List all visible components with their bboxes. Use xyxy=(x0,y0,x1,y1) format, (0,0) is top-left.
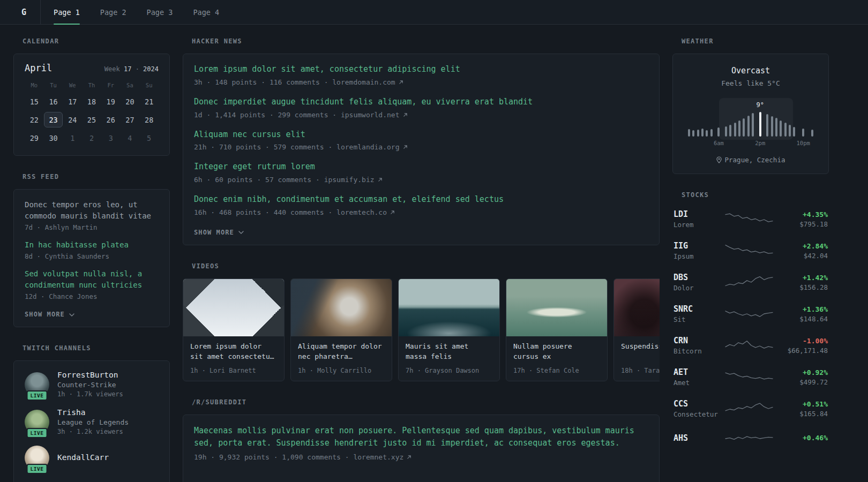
video-card[interactable]: Lorem ipsum dolor sit amet consectetu… 1… xyxy=(183,278,285,381)
calendar-day[interactable]: 4 xyxy=(121,130,140,146)
stock-id: CRN Bitcorn xyxy=(674,336,721,355)
calendar-day[interactable]: 29 xyxy=(25,130,44,146)
video-card[interactable]: Nullam posuere cursus ex 17h · Stefan Co… xyxy=(506,278,608,381)
stock-row[interactable]: LDI Lorem +4.35% $795.18 xyxy=(674,209,828,229)
calendar-day[interactable]: 16 xyxy=(44,94,63,109)
stock-change: +4.35% xyxy=(777,210,828,219)
calendar-day[interactable]: 25 xyxy=(82,112,101,127)
rss-item-title[interactable]: In hac habitasse platea xyxy=(25,239,159,251)
weather-bar xyxy=(747,116,750,137)
calendar-day[interactable]: 19 xyxy=(101,94,121,109)
hackernews-show-more-button[interactable]: SHOW MORE xyxy=(194,227,244,237)
calendar-day[interactable]: 1 xyxy=(63,130,82,146)
calendar-day[interactable]: 21 xyxy=(139,94,159,109)
stock-row[interactable]: AET Amet +0.92% $499.72 xyxy=(674,367,828,387)
page-tab[interactable]: Page 1 xyxy=(54,0,80,24)
live-badge: LIVE xyxy=(27,464,48,474)
weather-bar xyxy=(811,130,813,137)
stock-name: Ipsum xyxy=(674,252,721,260)
video-thumbnail xyxy=(291,279,392,336)
hackernews-item-title[interactable]: Donec imperdiet augue tincidunt felis al… xyxy=(194,96,648,108)
page-tab[interactable]: Page 2 xyxy=(100,0,126,24)
stock-row[interactable]: AHS +0.46% xyxy=(674,431,828,447)
rss-item-meta: 7d · Ashlyn Martin xyxy=(25,223,159,231)
external-link-icon xyxy=(407,455,411,460)
video-thumbnail xyxy=(183,279,284,336)
calendar-year: 2024 xyxy=(143,65,159,73)
channel-name: ForrestBurton xyxy=(57,371,123,379)
page-tab[interactable]: Page 3 xyxy=(147,0,173,24)
calendar-day[interactable]: 3 xyxy=(101,130,121,146)
weather-hour xyxy=(728,102,732,147)
weather-bar xyxy=(717,127,720,137)
calendar-day[interactable]: 2 xyxy=(82,130,101,146)
twitch-channel-row[interactable]: LIVE KendallCarr xyxy=(25,446,159,470)
subreddit-post-meta-text: 19h · 9,932 points · 1,090 comments · lo… xyxy=(194,453,403,461)
video-body: Suspendisse diam 18h · Tara xyxy=(614,336,660,381)
calendar-day[interactable]: 27 xyxy=(121,112,140,127)
weather-hour xyxy=(792,102,796,147)
rss-item-title[interactable]: Donec tempor eros leo, ut commodo mauris… xyxy=(25,199,159,222)
app-logo[interactable]: G xyxy=(17,0,40,24)
weather-hour xyxy=(691,102,695,147)
calendar-day[interactable]: 28 xyxy=(139,112,159,127)
hackernews-item-title[interactable]: Donec enim nibh, condimentum et accumsan… xyxy=(194,194,648,206)
calendar-day[interactable]: 23 xyxy=(44,112,63,127)
weather-hour xyxy=(788,102,792,147)
calendar-day[interactable]: 24 xyxy=(63,112,82,127)
hackernews-item-title[interactable]: Integer eget rutrum lorem xyxy=(194,161,648,173)
weather-bar xyxy=(706,130,708,137)
video-card[interactable]: Suspendisse diam 18h · Tara xyxy=(613,278,660,381)
stock-ticker: AET xyxy=(674,367,721,377)
video-title: Lorem ipsum dolor sit amet consectetu… xyxy=(190,342,277,362)
stock-change: +0.92% xyxy=(777,368,828,376)
weather-bar xyxy=(759,112,761,137)
rss-show-more-button[interactable]: SHOW MORE xyxy=(25,308,74,319)
twitch-channel-row[interactable]: LIVE Trisha League of Legends 3h · 1.2k … xyxy=(25,408,159,435)
calendar-day[interactable]: 18 xyxy=(82,94,101,109)
stock-row[interactable]: IIG Ipsum +2.84% $42.04 xyxy=(674,241,828,260)
page-tab[interactable]: Page 4 xyxy=(193,0,219,24)
channel-name: Trisha xyxy=(57,408,129,417)
stock-price: $165.84 xyxy=(777,410,828,418)
stock-values: +0.46% xyxy=(777,434,828,443)
video-title: Aliquam tempor dolor nec pharetra… xyxy=(298,342,385,362)
video-body: Nullam posuere cursus ex 17h · Stefan Co… xyxy=(506,336,607,381)
weather-bar xyxy=(771,116,773,137)
hackernews-item-title[interactable]: Lorem ipsum dolor sit amet, consectetur … xyxy=(194,64,648,76)
stock-id: AHS xyxy=(674,433,721,445)
subreddit-post-title[interactable]: Maecenas mollis pulvinar erat non posuer… xyxy=(194,425,648,450)
calendar-day[interactable]: 20 xyxy=(121,94,140,109)
stock-id: SNRC Sit xyxy=(674,304,721,323)
calendar-day[interactable]: 5 xyxy=(139,130,159,146)
middle-column: HACKER NEWS Lorem ipsum dolor sit amet, … xyxy=(183,37,660,482)
external-link-icon xyxy=(403,112,408,117)
external-link-icon xyxy=(399,80,403,85)
weekday-label: Th xyxy=(82,82,101,88)
twitch-channel-row[interactable]: LIVE ForrestBurton Counter-Strike 1h · 1… xyxy=(25,371,159,398)
weather-card: Overcast Feels like 5°C 6am9°2pm10pm Pra… xyxy=(672,54,829,174)
calendar-day[interactable]: 22 xyxy=(25,112,44,127)
calendar-day[interactable]: 17 xyxy=(63,94,82,109)
calendar-day[interactable]: 30 xyxy=(44,130,63,146)
stock-sparkline xyxy=(721,211,777,227)
stock-row[interactable]: CRN Bitcorn -1.00% $66,171.48 xyxy=(674,336,828,355)
stock-row[interactable]: DBS Dolor +1.42% $156.28 xyxy=(674,273,828,292)
stock-values: +2.84% $42.04 xyxy=(777,242,828,260)
weather-bar xyxy=(738,120,740,137)
calendar-weekday-row: MoTuWeThFrSaSu xyxy=(25,82,159,88)
weather-condition: Overcast xyxy=(683,66,819,76)
hackernews-item: Integer eget rutrum lorem 6h · 60 points… xyxy=(194,161,648,184)
calendar-day[interactable]: 15 xyxy=(25,94,44,109)
stock-sparkline xyxy=(721,431,777,447)
weather-temp-label: 9° xyxy=(756,101,764,109)
stock-row[interactable]: CCS Consectetur +0.51% $165.84 xyxy=(674,399,828,418)
video-card[interactable]: Aliquam tempor dolor nec pharetra… 1h · … xyxy=(290,278,392,381)
hackernews-section-title: HACKER NEWS xyxy=(183,37,660,45)
rss-item-title[interactable]: Sed volutpat nulla nisl, a condimentum n… xyxy=(25,268,159,291)
stock-row[interactable]: SNRC Sit +1.36% $148.64 xyxy=(674,304,828,323)
stock-name: Dolor xyxy=(674,284,721,292)
calendar-day[interactable]: 26 xyxy=(101,112,121,127)
video-card[interactable]: Mauris sit amet massa felis 7h · Grayson… xyxy=(398,278,500,381)
hackernews-item-title[interactable]: Aliquam nec cursus elit xyxy=(194,129,648,141)
